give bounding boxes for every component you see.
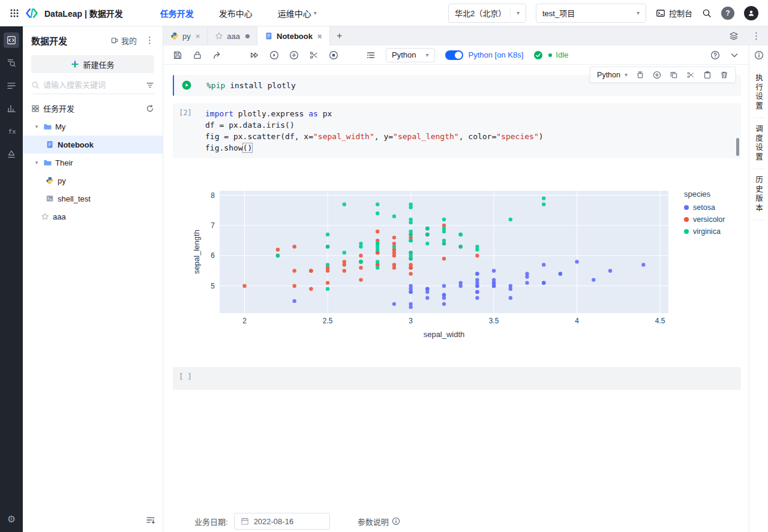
data-catalog-icon[interactable] <box>4 78 19 94</box>
legend-item-virginica[interactable]: virginica <box>684 227 725 236</box>
execution-count: [ ] <box>179 372 192 390</box>
tree-label: Notebook <box>58 140 94 149</box>
cell-language-select[interactable]: Python ▾ <box>597 71 628 79</box>
data-explore-icon[interactable] <box>4 55 19 71</box>
search-icon[interactable] <box>702 8 712 18</box>
svg-text:2: 2 <box>242 317 247 325</box>
kernel-select[interactable]: Python ▾ <box>386 48 435 62</box>
new-tab-button[interactable]: + <box>330 26 349 46</box>
project-select[interactable]: test_项目 ▾ <box>536 4 646 23</box>
cell-scrollbar-thumb[interactable] <box>736 138 739 156</box>
new-task-button[interactable]: 新建任务 <box>31 55 154 73</box>
svg-text:4.5: 4.5 <box>655 317 665 325</box>
notebook-cell-plot[interactable]: [2] import plotly.express as pxdf = px.d… <box>173 103 741 158</box>
save-icon[interactable] <box>173 50 182 60</box>
kebab-menu-icon[interactable]: ⋮ <box>752 31 761 41</box>
unsaved-dot <box>245 34 250 38</box>
sort-toggle-icon[interactable] <box>146 515 155 525</box>
code-line: df = px.data.iris() <box>205 119 734 131</box>
legend-item-versicolor[interactable]: versicolor <box>684 215 725 224</box>
tree-item-aaa[interactable]: aaa <box>23 208 163 226</box>
kernel-ok-icon <box>533 50 543 60</box>
grid-section-icon <box>31 104 40 113</box>
question-glyph: ? <box>725 9 730 17</box>
info-circle-icon[interactable] <box>754 50 764 60</box>
scope-toggle[interactable]: 我的 <box>110 35 137 46</box>
chevron-down-icon[interactable]: ▾ <box>34 160 40 166</box>
copy-cell-icon[interactable] <box>670 71 678 79</box>
nav-task-dev[interactable]: 任务开发 <box>160 7 194 19</box>
release-icon[interactable] <box>4 146 19 162</box>
sidebar-search <box>31 80 154 94</box>
legend-label: setosa <box>693 203 715 212</box>
notebook-canvas[interactable]: Python ▾ <box>163 65 749 510</box>
paste-cell-icon[interactable] <box>703 71 712 79</box>
layers-icon[interactable] <box>729 31 739 41</box>
cut-cell-icon[interactable] <box>309 50 319 60</box>
legend-item-setosa[interactable]: setosa <box>684 203 725 212</box>
python-icon <box>46 176 54 185</box>
legend-label: versicolor <box>693 215 725 224</box>
console-link[interactable]: 控制台 <box>656 7 692 19</box>
collapse-chevron-icon[interactable] <box>730 50 739 60</box>
chevron-down-icon: ▾ <box>637 10 640 16</box>
tab-py[interactable]: py × <box>163 26 208 46</box>
run-cell-icon[interactable] <box>269 50 279 60</box>
tree-item-shell-test[interactable]: shell_test <box>23 190 163 208</box>
tab-schedule-settings[interactable]: 调度设置 <box>753 118 764 169</box>
runtime-toggle[interactable] <box>445 50 463 60</box>
outline-icon[interactable] <box>366 50 376 60</box>
add-cell-icon[interactable] <box>289 50 299 60</box>
code-editor[interactable]: import plotly.express as pxdf = px.data.… <box>198 103 741 158</box>
avatar[interactable] <box>744 6 758 20</box>
settings-gear-icon[interactable]: ⚙ <box>7 513 16 525</box>
svg-text:7: 7 <box>211 221 215 230</box>
nav-ops-center[interactable]: 运维中心▾ <box>278 7 317 19</box>
submit-icon[interactable] <box>212 50 222 60</box>
kernel-status: Idle <box>548 50 568 59</box>
lock-icon[interactable] <box>193 50 202 60</box>
new-task-label: 新建任务 <box>83 59 114 70</box>
scope-label: 我的 <box>121 35 137 46</box>
nav-publish-center[interactable]: 发布中心 <box>219 7 253 19</box>
apps-grid-icon[interactable] <box>10 8 19 18</box>
svg-text:6: 6 <box>211 251 215 260</box>
data-quality-icon[interactable] <box>4 101 19 116</box>
close-icon[interactable]: × <box>196 32 200 41</box>
help-button[interactable]: ? <box>721 7 734 20</box>
tree-label: Their <box>55 158 73 167</box>
close-icon[interactable]: × <box>317 32 322 41</box>
cell-toolbar: Python ▾ <box>590 67 736 83</box>
tree-folder-my[interactable]: ▾ My <box>23 118 163 136</box>
search-input[interactable] <box>43 80 142 89</box>
kebab-menu-icon[interactable]: ⋮ <box>145 35 154 46</box>
tree-item-py[interactable]: py <box>23 172 163 190</box>
run-all-icon[interactable] <box>250 50 259 60</box>
params-help[interactable]: 参数说明 <box>358 516 400 527</box>
tree-item-notebook[interactable]: Notebook <box>23 136 163 154</box>
tab-history-versions[interactable]: 历史版本 <box>753 169 764 220</box>
interrupt-kernel-icon[interactable] <box>329 50 338 60</box>
function-icon[interactable] <box>4 124 19 139</box>
business-date-value[interactable] <box>254 517 323 526</box>
tree-folder-their[interactable]: ▾ Their <box>23 154 163 172</box>
chevron-down-icon[interactable]: ▾ <box>34 124 40 130</box>
tab-aaa[interactable]: aaa <box>208 26 257 46</box>
notebook-cell-empty[interactable]: [ ] <box>173 367 741 390</box>
filter-icon[interactable] <box>146 81 154 89</box>
tab-exec-settings[interactable]: 执行设置 <box>753 67 764 118</box>
business-date-picker[interactable] <box>234 513 330 530</box>
notebook-toolbar: Python ▾ Python [on K8s] Idle <box>163 46 749 65</box>
region-select[interactable]: 华北2（北京） ▾ <box>448 4 526 23</box>
refresh-icon[interactable] <box>146 104 154 113</box>
question-circle-icon[interactable] <box>710 50 720 60</box>
legend-dot <box>684 229 689 234</box>
run-cell-button[interactable] <box>182 80 191 90</box>
add-cell-icon[interactable] <box>653 71 661 79</box>
tab-notebook[interactable]: Notebook × <box>257 26 330 46</box>
data-dev-icon[interactable] <box>4 32 19 48</box>
clear-outputs-icon[interactable] <box>636 71 644 79</box>
delete-cell-icon[interactable] <box>720 71 728 79</box>
tab-label: py <box>182 32 191 41</box>
cut-cell-icon[interactable] <box>686 71 695 79</box>
